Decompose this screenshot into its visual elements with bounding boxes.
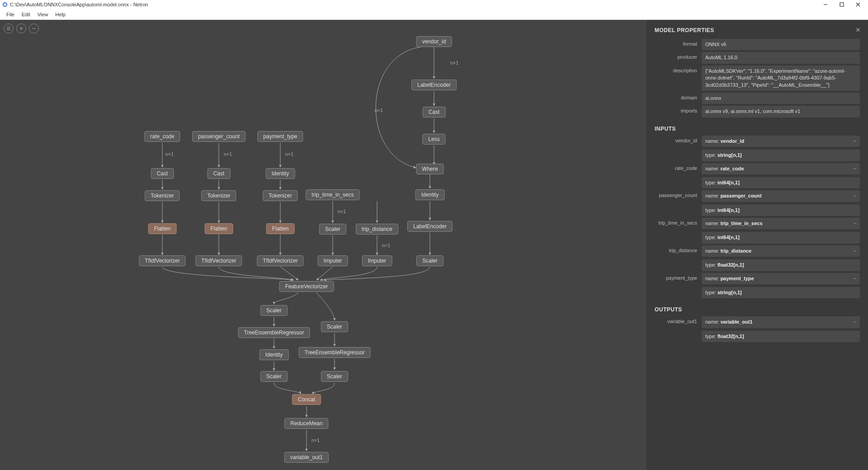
value-producer[interactable]: AutoML 1.16.0 [702, 52, 860, 63]
menu-view[interactable]: View [34, 12, 52, 17]
node-feature-vectorizer[interactable]: FeatureVectorizer [279, 281, 334, 292]
properties-panel: ✕ MODEL PROPERTIES formatONNX v6 produce… [646, 20, 868, 470]
node-cast[interactable]: Cast [423, 107, 446, 118]
node-flatten[interactable]: Flatten [148, 223, 177, 234]
node-trip-distance[interactable]: trip_distance [356, 224, 398, 235]
zoom-out-icon[interactable] [29, 24, 39, 33]
io-key: passenger_count [655, 190, 702, 202]
panel-title: MODEL PROPERTIES [655, 27, 860, 33]
node-imputer[interactable]: Imputer [318, 255, 348, 266]
svg-rect-3 [840, 3, 844, 6]
io-type-row[interactable]: type: int64[n,1] [702, 205, 860, 216]
node-tokenizer[interactable]: Tokenizer [263, 190, 297, 201]
graph-toolbar [4, 24, 39, 33]
io-name-row[interactable]: name: payment_type− [702, 273, 860, 284]
label-imports: imports [655, 106, 702, 117]
node-scaler[interactable]: Scaler [319, 224, 346, 235]
titlebar: C:\Dev\AutoMLONNXConsoleApp\automl-model… [0, 0, 868, 9]
node-identity[interactable]: Identity [259, 349, 289, 360]
io-name-row[interactable]: name: trip_time_in_secs− [702, 218, 860, 229]
node-label-encoder[interactable]: LabelEncoder [411, 80, 457, 90]
value-domain[interactable]: ai.onnx [702, 93, 860, 104]
node-where[interactable]: Where [416, 164, 443, 174]
menu-help[interactable]: Help [52, 12, 69, 17]
node-scaler[interactable]: Scaler [321, 321, 348, 332]
io-name-row[interactable]: name: vendor_id− [702, 136, 860, 147]
menubar: File Edit View Help [0, 9, 868, 20]
node-passenger-count[interactable]: passenger_count [192, 131, 245, 142]
label-producer: producer [655, 52, 702, 63]
section-inputs: INPUTS [655, 126, 860, 132]
value-format[interactable]: ONNX v6 [702, 39, 860, 50]
node-cast[interactable]: Cast [208, 168, 231, 179]
window-title: C:\Dev\AutoMLONNXConsoleApp\automl-model… [10, 2, 148, 7]
io-name-row[interactable]: name: passenger_count− [702, 190, 860, 202]
io-key: payment_type [655, 273, 702, 284]
node-tfidf-vectorizer[interactable]: TfIdfVectorizer [139, 255, 185, 266]
label-domain: domain [655, 93, 702, 104]
io-type-row[interactable]: type: string[n,1] [702, 150, 860, 161]
value-description[interactable]: {"AutoMLSDKVer": "1.16.0", "ExperimentNa… [702, 66, 860, 91]
io-type-row[interactable]: type: string[n,1] [702, 287, 860, 298]
node-trip-time[interactable]: trip_time_in_secs [306, 189, 359, 200]
section-outputs: OUTPUTS [655, 306, 860, 313]
close-button[interactable] [850, 0, 866, 9]
node-label-encoder[interactable]: LabelEncoder [407, 221, 453, 232]
svg-line-35 [280, 267, 298, 280]
io-key: vendor_id [655, 136, 702, 147]
node-scaler[interactable]: Scaler [321, 371, 348, 382]
node-rate-code[interactable]: rate_code [144, 131, 180, 142]
io-type-row[interactable]: type: float32[n,1] [702, 259, 860, 271]
label-format: format [655, 39, 702, 50]
node-variable-out1[interactable]: variable_out1 [284, 452, 329, 463]
app-icon [2, 1, 8, 8]
node-reduce-mean[interactable]: ReduceMean [284, 418, 328, 429]
menu-edit[interactable]: Edit [18, 12, 34, 17]
node-scaler[interactable]: Scaler [416, 255, 443, 266]
io-type-row[interactable]: type: int64[n,1] [702, 232, 860, 243]
io-type-row[interactable]: type: float32[n,1] [702, 331, 860, 342]
list-icon[interactable] [4, 24, 14, 33]
io-key: trip_distance [655, 245, 702, 257]
io-key: variable_out1 [655, 316, 702, 328]
node-flatten[interactable]: Flatten [266, 223, 295, 234]
io-name-row[interactable]: name: variable_out1− [702, 316, 860, 328]
svg-line-36 [316, 267, 333, 280]
node-vendor-id[interactable]: vendor_id [416, 36, 452, 47]
node-flatten[interactable]: Flatten [205, 223, 233, 234]
minimize-button[interactable] [817, 0, 834, 9]
node-tree-ensemble-regressor[interactable]: TreeEnsembleRegressor [238, 327, 310, 338]
content-area: vendor_id LabelEncoder Cast Less Where I… [0, 20, 868, 470]
maximize-button[interactable] [834, 0, 850, 9]
node-tfidf-vectorizer[interactable]: TfIdfVectorizer [195, 255, 242, 266]
io-key: trip_time_in_secs [655, 218, 702, 229]
svg-point-1 [4, 3, 6, 5]
node-concat[interactable]: Concat [292, 394, 321, 405]
node-tokenizer[interactable]: Tokenizer [145, 190, 179, 201]
node-cast[interactable]: Cast [151, 168, 174, 179]
node-tfidf-vectorizer[interactable]: TfIdfVectorizer [257, 255, 303, 266]
label-description: description [655, 66, 702, 91]
node-less[interactable]: Less [422, 134, 445, 145]
io-name-row[interactable]: name: rate_code− [702, 163, 860, 174]
menu-file[interactable]: File [3, 12, 18, 17]
node-imputer[interactable]: Imputer [362, 255, 392, 266]
node-payment-type[interactable]: payment_type [257, 131, 303, 142]
close-icon[interactable]: ✕ [855, 26, 861, 33]
node-scaler[interactable]: Scaler [260, 305, 288, 316]
node-tree-ensemble-regressor[interactable]: TreeEnsembleRegressor [299, 347, 371, 358]
value-imports[interactable]: ai.onnx v9, ai.onnx.ml v1, com.microsoft… [702, 106, 860, 117]
zoom-in-icon[interactable] [16, 24, 26, 33]
io-key: rate_code [655, 163, 702, 174]
node-identity[interactable]: Identity [415, 189, 445, 200]
node-identity[interactable]: Identity [266, 168, 295, 179]
node-tokenizer[interactable]: Tokenizer [201, 190, 236, 201]
io-type-row[interactable]: type: int64[n,1] [702, 177, 860, 188]
node-scaler[interactable]: Scaler [260, 371, 288, 382]
io-name-row[interactable]: name: trip_distance− [702, 245, 860, 257]
